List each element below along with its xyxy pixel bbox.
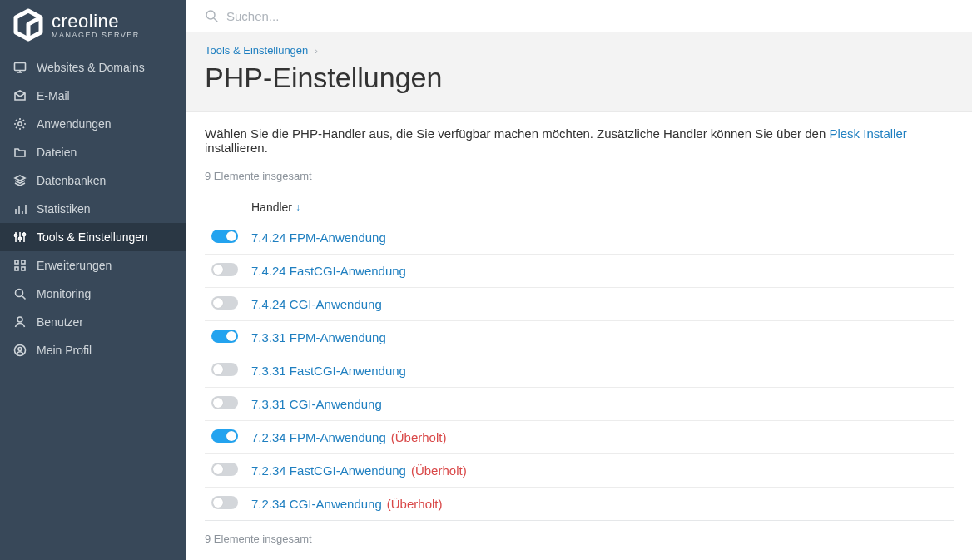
handler-toggle[interactable] — [211, 330, 238, 343]
brand-logo: creoline MANAGED SERVER — [0, 0, 186, 50]
brand-name: creoline — [52, 11, 140, 32]
col-handler-header[interactable]: Handler ↓ — [251, 201, 954, 214]
search-icon — [205, 9, 218, 22]
handler-cell: 7.3.31 FastCGI-Anwendung — [251, 364, 954, 378]
magnify-icon — [13, 287, 27, 300]
table-row: 7.3.31 CGI-Anwendung — [205, 388, 954, 421]
toggle-cell — [205, 263, 251, 279]
sidebar-item-label: Mein Profil — [37, 344, 92, 357]
table-row: 7.4.24 FPM-Anwendung — [205, 221, 954, 255]
folder-icon — [13, 146, 27, 159]
handler-cell: 7.2.34 CGI-Anwendung (Überholt) — [251, 497, 954, 511]
page-title: PHP-Einstellungen — [205, 62, 954, 94]
toggle-cell — [205, 463, 251, 478]
layers-icon — [13, 174, 27, 187]
handler-link[interactable]: 7.2.34 FastCGI-Anwendung — [251, 463, 406, 478]
sidebar-item-anwendungen[interactable]: Anwendungen — [0, 110, 186, 138]
sidebar-nav: Websites & DomainsE-MailAnwendungenDatei… — [0, 50, 186, 364]
envelope-icon — [13, 89, 27, 102]
handler-link[interactable]: 7.4.24 CGI-Anwendung — [251, 297, 382, 311]
grid-icon — [13, 259, 27, 272]
breadcrumb-link[interactable]: Tools & Einstellungen — [205, 44, 308, 57]
handler-link[interactable]: 7.4.24 FPM-Anwendung — [251, 230, 386, 245]
toggle-cell — [205, 330, 251, 345]
sidebar-item-dateien[interactable]: Dateien — [0, 138, 186, 166]
content: Wählen Sie die PHP-Handler aus, die Sie … — [186, 112, 972, 560]
plesk-installer-link[interactable]: Plesk Installer — [829, 126, 906, 141]
table-row: 7.2.34 FastCGI-Anwendung (Überholt) — [205, 454, 954, 488]
chevron-right-icon: › — [315, 46, 318, 56]
handler-cell: 7.2.34 FPM-Anwendung (Überholt) — [251, 430, 954, 444]
brand-subtitle: MANAGED SERVER — [52, 31, 140, 39]
sidebar-item-label: Dateien — [37, 146, 77, 159]
outdated-badge: (Überholt) — [411, 463, 467, 478]
sort-asc-icon: ↓ — [295, 201, 300, 213]
sidebar-item-label: Websites & Domains — [37, 61, 145, 74]
search-input[interactable] — [226, 9, 954, 23]
handler-link[interactable]: 7.4.24 FastCGI-Anwendung — [251, 264, 406, 278]
table-row: 7.4.24 FastCGI-Anwendung — [205, 255, 954, 288]
handler-link[interactable]: 7.2.34 FPM-Anwendung — [251, 430, 386, 444]
handler-link[interactable]: 7.3.31 FastCGI-Anwendung — [251, 364, 406, 378]
sidebar-item-mein-profil[interactable]: Mein Profil — [0, 336, 186, 364]
handler-toggle[interactable] — [211, 463, 238, 476]
intro-before: Wählen Sie die PHP-Handler aus, die Sie … — [205, 126, 829, 141]
handler-cell: 7.4.24 FastCGI-Anwendung — [251, 264, 954, 278]
handler-link[interactable]: 7.3.31 CGI-Anwendung — [251, 397, 382, 411]
sidebar-item-e-mail[interactable]: E-Mail — [0, 82, 186, 110]
topbar — [186, 0, 972, 32]
bars-icon — [13, 202, 27, 216]
sidebar-item-label: Tools & Einstellungen — [37, 230, 148, 244]
sidebar-item-benutzer[interactable]: Benutzer — [0, 308, 186, 336]
handler-toggle[interactable] — [211, 263, 238, 276]
table-header-row: Handler ↓ — [205, 194, 954, 221]
handler-cell: 7.4.24 FPM-Anwendung — [251, 230, 954, 245]
handler-cell: 7.2.34 FastCGI-Anwendung (Überholt) — [251, 463, 954, 478]
handler-toggle[interactable] — [211, 363, 238, 376]
sidebar-item-label: Benutzer — [37, 315, 83, 329]
table-row: 7.4.24 CGI-Anwendung — [205, 288, 954, 321]
toggle-cell — [205, 429, 251, 445]
toggle-cell — [205, 363, 251, 379]
handlers-table: Handler ↓ 7.4.24 FPM-Anwendung7.4.24 Fas… — [205, 194, 954, 521]
sidebar-item-label: Anwendungen — [37, 117, 112, 131]
table-row: 7.2.34 CGI-Anwendung (Überholt) — [205, 488, 954, 521]
handler-toggle[interactable] — [211, 296, 238, 310]
items-count-bottom: 9 Elemente insgesamt — [205, 533, 954, 545]
handler-cell: 7.3.31 FPM-Anwendung — [251, 330, 954, 344]
sidebar-item-tools-einstellungen[interactable]: Tools & Einstellungen — [0, 223, 186, 251]
monitor-icon — [13, 61, 27, 74]
sidebar-item-label: Erweiterungen — [37, 259, 112, 272]
intro-text: Wählen Sie die PHP-Handler aus, die Sie … — [205, 126, 954, 155]
sidebar-item-websites-domains[interactable]: Websites & Domains — [0, 53, 186, 82]
sidebar-item-datenbanken[interactable]: Datenbanken — [0, 166, 186, 195]
handler-toggle[interactable] — [211, 396, 238, 409]
outdated-badge: (Überholt) — [387, 497, 443, 511]
sidebar-item-statistiken[interactable]: Statistiken — [0, 195, 186, 223]
handler-toggle[interactable] — [211, 496, 238, 509]
handler-toggle[interactable] — [211, 230, 238, 243]
sidebar-item-erweiterungen[interactable]: Erweiterungen — [0, 251, 186, 280]
intro-after: installieren. — [205, 141, 268, 155]
svg-line-1 — [214, 18, 217, 22]
sidebar-item-label: Monitoring — [37, 287, 91, 300]
handler-cell: 7.4.24 CGI-Anwendung — [251, 297, 954, 311]
profile-icon — [13, 344, 27, 357]
handler-header-label: Handler — [251, 201, 292, 214]
sidebar-item-monitoring[interactable]: Monitoring — [0, 280, 186, 308]
toggle-cell — [205, 396, 251, 412]
page-header: Tools & Einstellungen › PHP-Einstellunge… — [186, 32, 972, 112]
sidebar-item-label: Statistiken — [37, 202, 91, 216]
handler-link[interactable]: 7.2.34 CGI-Anwendung — [251, 497, 382, 511]
handler-cell: 7.3.31 CGI-Anwendung — [251, 397, 954, 411]
table-row: 7.3.31 FastCGI-Anwendung — [205, 354, 954, 388]
toggle-cell — [205, 230, 251, 245]
sidebar: creoline MANAGED SERVER Websites & Domai… — [0, 0, 186, 560]
sliders-icon — [13, 230, 27, 244]
gear-icon — [13, 117, 27, 131]
handler-toggle[interactable] — [211, 429, 238, 443]
toggle-cell — [205, 296, 251, 312]
handler-link[interactable]: 7.3.31 FPM-Anwendung — [251, 330, 386, 344]
outdated-badge: (Überholt) — [391, 430, 447, 444]
items-count-top: 9 Elemente insgesamt — [205, 170, 954, 182]
